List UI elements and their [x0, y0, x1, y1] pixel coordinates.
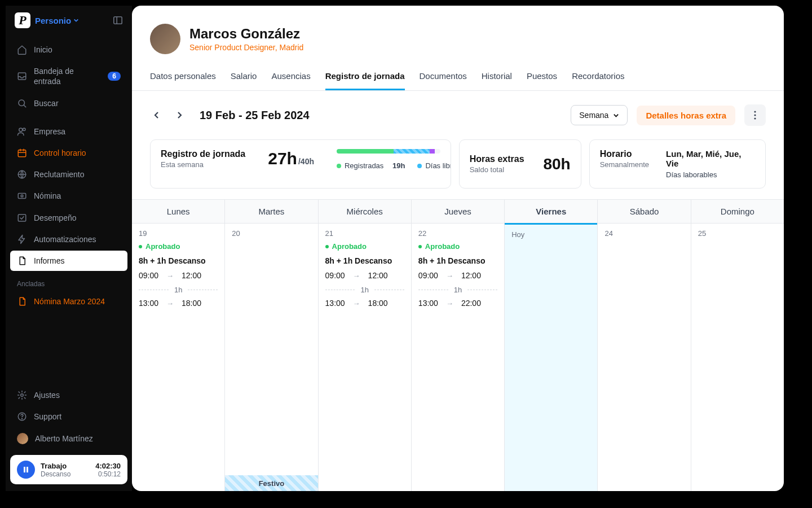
timer-time: 4:02:30 — [95, 462, 121, 470]
next-week-button[interactable] — [173, 108, 186, 122]
sidebar-item-reclutamiento[interactable]: Reclutamiento — [10, 164, 127, 185]
schedule-days: Lun, Mar, Mié, Jue, Vie — [666, 149, 755, 168]
tab-documentos[interactable]: Documentos — [420, 63, 467, 90]
inbox-icon — [17, 71, 27, 81]
app-logo: P — [15, 12, 30, 28]
status-approved: Aprobado — [325, 242, 404, 251]
day-body: 22Aprobado8h + 1h Descanso09:00→12:001h1… — [412, 224, 504, 491]
sidebar-item-nómina[interactable]: Nómina — [10, 186, 127, 206]
prev-week-button[interactable] — [150, 108, 164, 122]
day-header: Martes — [225, 199, 317, 224]
svg-point-11 — [21, 393, 24, 396]
legend-off-label: Días libres — [425, 161, 451, 170]
svg-rect-6 — [18, 150, 26, 157]
timer-break-label: Descanso — [41, 470, 70, 478]
tab-registro-de-jornada[interactable]: Registro de jornada — [325, 63, 405, 90]
week-toolbar: 19 Feb - 25 Feb 2024 Semana Detalles hor… — [132, 91, 784, 126]
tab-puestos[interactable]: Puestos — [527, 63, 557, 90]
day-column-domingo[interactable]: Domingo25 — [691, 199, 784, 491]
sidebar-item-ajustes[interactable]: Ajustes — [10, 385, 127, 405]
nav-label: Informes — [34, 256, 121, 266]
card-overtime-sub: Saldo total — [470, 165, 524, 174]
sidebar-item-support[interactable]: Support — [10, 406, 127, 427]
progress-bar — [337, 149, 440, 154]
card-schedule-title: Horario — [600, 149, 649, 159]
day-column-lunes[interactable]: Lunes19Aprobado8h + 1h Descanso09:00→12:… — [132, 199, 225, 491]
nav-label: Empresa — [34, 126, 121, 137]
day-header: Jueves — [412, 199, 504, 224]
sidebar-item-desempeño[interactable]: Desempeño — [10, 208, 127, 228]
summary-cards: Registro de jornada Esta semana 27h /40h… — [132, 126, 784, 199]
card-schedule-sub: Semanalmente — [600, 160, 649, 169]
day-column-martes[interactable]: Martes20Festivo — [225, 199, 318, 491]
day-header: Viernes — [505, 199, 597, 225]
break-row: 1h — [139, 286, 218, 294]
status-approved: Aprobado — [139, 242, 218, 251]
tab-historial[interactable]: Historial — [482, 63, 512, 90]
tab-ausencias[interactable]: Ausencias — [271, 63, 310, 90]
sidebar-item-nómina-marzo-2024[interactable]: Nómina Marzo 2024 — [10, 291, 127, 312]
day-number: 21 — [325, 229, 404, 238]
pause-button[interactable] — [17, 461, 35, 479]
bolt-icon — [17, 234, 27, 244]
tab-datos-personales[interactable]: Datos personales — [150, 63, 216, 90]
svg-rect-0 — [114, 17, 122, 24]
sidebar-item-control-horario[interactable]: Control horario — [10, 143, 127, 163]
org-switcher[interactable]: Personio — [35, 16, 108, 25]
chevron-down-icon — [613, 112, 619, 119]
profile-header: Marcos González Senior Product Designer,… — [132, 6, 784, 63]
day-column-miércoles[interactable]: Miércoles21Aprobado8h + 1h Descanso09:00… — [319, 199, 412, 491]
collapse-panel-icon[interactable] — [113, 15, 123, 25]
tab-recordatorios[interactable]: Recordatorios — [572, 63, 624, 90]
day-column-viernes[interactable]: ViernesHoy — [505, 199, 598, 491]
check-icon — [17, 213, 27, 223]
nav-label: Automatizaciones — [34, 234, 121, 244]
pause-icon — [23, 466, 29, 473]
day-column-sábado[interactable]: Sábado24 — [598, 199, 691, 491]
home-icon — [17, 45, 27, 55]
tab-salario[interactable]: Salario — [231, 63, 257, 90]
sidebar-item-bandeja-de-entrada[interactable]: Bandeja de entrada6 — [10, 61, 127, 91]
sidebar-item-automatizaciones[interactable]: Automatizaciones — [10, 229, 127, 249]
card-overtime: Horas extras Saldo total 80h — [459, 139, 581, 189]
money-icon — [17, 191, 27, 201]
sidebar-item-alberto-martínez[interactable]: Alberto Martínez — [10, 428, 127, 449]
time-slot: 13:00→18:00 — [139, 299, 218, 308]
dots-vertical-icon — [754, 111, 756, 120]
legend-registered-label: Registradas — [345, 161, 383, 170]
sidebar-item-inicio[interactable]: Inicio — [10, 40, 127, 60]
nav-label: Desempeño — [34, 213, 121, 223]
org-name: Personio — [35, 16, 71, 25]
main-panel: Marcos González Senior Product Designer,… — [132, 6, 784, 491]
svg-rect-8 — [18, 194, 26, 199]
day-body: 24 — [598, 224, 690, 491]
svg-point-13 — [21, 418, 22, 419]
card-overtime-value: 80h — [543, 155, 570, 173]
nav-label: Bandeja de entrada — [34, 66, 101, 86]
day-column-jueves[interactable]: Jueves22Aprobado8h + 1h Descanso09:00→12… — [412, 199, 505, 491]
view-select[interactable]: Semana — [571, 105, 628, 125]
sidebar-item-informes[interactable]: Informes — [10, 251, 127, 271]
overtime-details-button[interactable]: Detalles horas extra — [637, 106, 735, 125]
day-number: 24 — [604, 229, 683, 238]
svg-point-9 — [21, 195, 23, 198]
day-number: 20 — [232, 229, 311, 238]
avatar-icon — [17, 433, 28, 444]
day-body: 25 — [691, 224, 784, 491]
doc-icon — [17, 256, 27, 266]
svg-point-16 — [754, 111, 756, 112]
week-grid: Lunes19Aprobado8h + 1h Descanso09:00→12:… — [132, 199, 784, 491]
legend-registered-value: 19h — [392, 161, 405, 170]
doc-icon — [17, 296, 27, 306]
gear-icon — [17, 390, 27, 400]
sidebar-item-buscar[interactable]: Buscar — [10, 93, 127, 113]
chevron-down-icon — [73, 17, 79, 23]
nav-label: Alberto Martínez — [35, 433, 121, 444]
day-number: 19 — [139, 229, 218, 238]
svg-point-5 — [23, 128, 26, 131]
time-slot: 09:00→12:00 — [418, 271, 497, 280]
more-menu-button[interactable] — [744, 104, 766, 126]
day-header: Miércoles — [319, 199, 411, 224]
sidebar-item-empresa[interactable]: Empresa — [10, 121, 127, 142]
time-slot: 13:00→18:00 — [325, 299, 404, 308]
